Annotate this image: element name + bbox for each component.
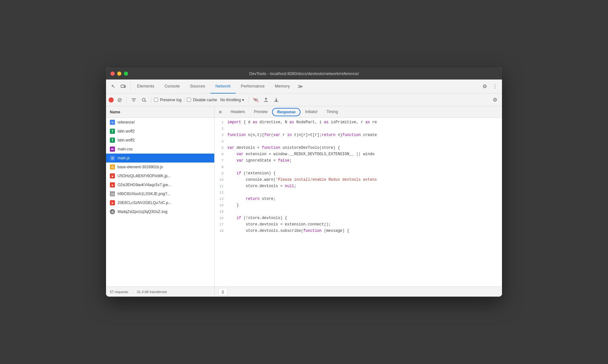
toolbar-separator-3: [184, 97, 184, 103]
chevron-down-icon: ▾: [242, 98, 244, 102]
network-settings-icon[interactable]: ⚙: [490, 95, 499, 104]
file-name: MadqZslZpo1sj3qQ3GsZ.svg: [118, 209, 167, 214]
disable-cache-checkbox[interactable]: [187, 98, 191, 102]
file-type-icon: ▭: [110, 191, 115, 196]
preserve-log-checkbox[interactable]: [154, 98, 158, 102]
svg-line-3: [145, 101, 146, 102]
file-type-icon: ≡: [110, 120, 115, 125]
file-list-panel: Name ≡ reference/ T latin.woff2 T latin.…: [106, 106, 215, 297]
requests-count: 57 requests: [110, 290, 128, 294]
toolbar-separator-2: [151, 97, 151, 103]
code-line-18: 18 store.devtools.subscribe(function (me…: [215, 228, 502, 234]
list-item[interactable]: ● O2slJEHG9avKV4aqzSx7.jpe...: [106, 180, 214, 189]
upload-icon[interactable]: [262, 95, 270, 104]
file-type-icon: ●: [110, 173, 115, 178]
file-type-icon: ●: [110, 182, 115, 187]
file-list: ≡ reference/ T latin.woff2 T latin.woff2…: [106, 118, 214, 286]
minimize-button[interactable]: [117, 72, 121, 76]
tab-elements[interactable]: Elements: [132, 80, 159, 94]
search-icon[interactable]: [140, 95, 148, 104]
file-name: U5OHzQL4tEKFr6OFlxWK.jp...: [118, 174, 171, 178]
list-item[interactable]: ● 20E6CLcSzNV2GELQu7oC.p...: [106, 198, 214, 207]
code-line-11: 11 store.devtools = null;: [215, 183, 502, 189]
list-item[interactable]: ▭ h90CtfziXluvh1LSSKJE.png?...: [106, 189, 214, 198]
file-list-title: Name: [110, 110, 120, 114]
code-line-6: 6 var extension = window.__REDUX_DEVTOOL…: [215, 151, 502, 157]
code-line-9: 9 if (!extension) {: [215, 170, 502, 177]
filter-icon[interactable]: [129, 95, 138, 104]
tab-sources[interactable]: Sources: [185, 80, 210, 94]
list-item[interactable]: ⊘ MadqZslZpo1sj3qQ3GsZ.svg: [106, 207, 214, 216]
code-footer: {}: [215, 286, 502, 297]
kebab-menu-icon[interactable]: ⋮: [490, 82, 499, 91]
settings-icon[interactable]: ⚙: [480, 82, 489, 91]
file-name: base-element-3018901b.js: [118, 165, 163, 169]
code-line-16: 16 if (!store.devtools) {: [215, 215, 502, 221]
window-title: DevTools - localhost:8080/docs/devtools/…: [249, 71, 359, 76]
file-type-icon: ⊘: [110, 209, 115, 214]
code-line-12: 12: [215, 189, 502, 196]
code-viewer[interactable]: 1 import { d as directive, N as NodePart…: [215, 118, 502, 286]
code-line-7: 7 var ignoreState = false;: [215, 157, 502, 164]
response-panel: ✕ Headers Preview Response Initiator Tim…: [215, 106, 502, 297]
tab-bar-right-actions: ⚙ ⋮: [480, 82, 499, 91]
file-name: h90CtfziXluvh1LSSKJE.png?...: [118, 192, 170, 196]
list-item[interactable]: ✏ main.css: [106, 145, 214, 154]
list-item[interactable]: ≡ reference/: [106, 118, 214, 127]
file-type-icon: ⊙: [110, 164, 115, 170]
code-line-17: 17 store.devtools = extension.connect();: [215, 221, 502, 228]
list-item[interactable]: ● U5OHzQL4tEKFr6OFlxWK.jp...: [106, 171, 214, 180]
response-tabs-bar: ✕ Headers Preview Response Initiator Tim…: [215, 106, 502, 118]
file-name: latin.woff2: [118, 138, 135, 142]
code-line-10: 10 console.warn('Please install/enable R…: [215, 177, 502, 183]
code-line-14: 14 }: [215, 202, 502, 209]
tab-preview[interactable]: Preview: [249, 106, 272, 118]
svg-rect-1: [125, 86, 125, 87]
file-name: reference/: [118, 120, 135, 125]
file-name: latin.woff2: [118, 129, 135, 133]
throttle-select[interactable]: No throttling ▾: [218, 97, 246, 103]
device-toggle-icon[interactable]: [119, 82, 128, 91]
network-toolbar: ⊘ Preserve log Disable cach: [106, 94, 502, 106]
download-icon[interactable]: [272, 95, 281, 104]
main-tab-bar: ↖ Elements Console Sources Network Perfo…: [106, 80, 502, 94]
tab-response[interactable]: Response: [272, 108, 300, 116]
code-line-4: 4: [215, 138, 502, 145]
list-item-selected[interactable]: ⊙ main.js: [106, 154, 214, 163]
record-button[interactable]: [109, 97, 114, 102]
preserve-log-label[interactable]: Preserve log: [154, 98, 181, 102]
cursor-icon[interactable]: ↖: [109, 82, 118, 91]
devtools-window: DevTools - localhost:8080/docs/devtools/…: [106, 67, 502, 297]
code-line-2: 2: [215, 125, 502, 132]
wifi-icon[interactable]: [251, 95, 260, 104]
tab-console[interactable]: Console: [159, 80, 185, 94]
devtools-body: ↖ Elements Console Sources Network Perfo…: [106, 80, 502, 297]
file-type-icon: T: [110, 138, 115, 143]
close-panel-button[interactable]: ✕: [217, 109, 224, 115]
tab-memory[interactable]: Memory: [270, 80, 295, 94]
tab-initiator[interactable]: Initiator: [300, 106, 322, 118]
code-line-13: 13 return store;: [215, 196, 502, 202]
list-item[interactable]: ⊙ base-element-3018901b.js: [106, 163, 214, 171]
toolbar-separator-1: [126, 97, 127, 103]
main-tabs: Elements Console Sources Network Perform…: [132, 80, 480, 94]
tab-network[interactable]: Network: [210, 80, 236, 94]
more-tabs-icon[interactable]: ≫: [295, 80, 306, 94]
file-list-header: Name: [106, 106, 214, 118]
close-button[interactable]: [110, 72, 115, 76]
code-line-5: 5 var devtools = function unistoreDevToo…: [215, 145, 502, 151]
file-name: O2slJEHG9avKV4aqzSx7.jpe...: [118, 183, 171, 187]
format-button[interactable]: {}: [218, 288, 227, 296]
status-bar: 57 requests | 31.4 kB transferred: [106, 286, 214, 297]
file-name: main.css: [118, 147, 133, 151]
tab-performance[interactable]: Performance: [236, 80, 270, 94]
maximize-button[interactable]: [124, 72, 128, 76]
list-item[interactable]: T latin.woff2: [106, 127, 214, 136]
clear-button[interactable]: ⊘: [115, 95, 124, 104]
tab-headers[interactable]: Headers: [226, 106, 249, 118]
code-line-8: 8: [215, 164, 502, 170]
list-item[interactable]: T latin.woff2: [106, 136, 214, 145]
disable-cache-label[interactable]: Disable cache: [187, 98, 217, 102]
file-type-icon: ✏: [110, 147, 115, 152]
tab-timing[interactable]: Timing: [322, 106, 343, 118]
